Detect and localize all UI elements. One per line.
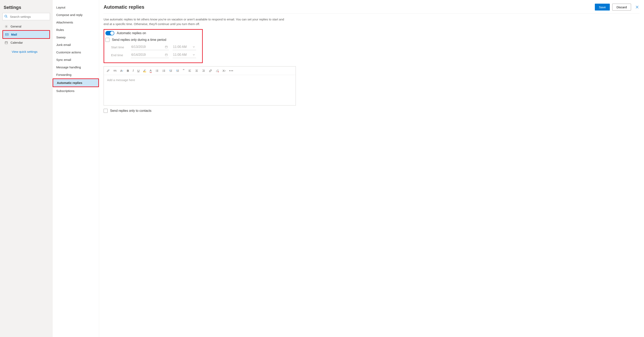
font-size-icon[interactable]: A◊ — [120, 69, 123, 72]
bullet-list-icon[interactable] — [156, 69, 158, 72]
quote-icon[interactable]: ” — [183, 68, 184, 73]
align-right-icon[interactable] — [202, 69, 205, 72]
start-time-label: Start time — [111, 45, 127, 49]
bold-icon[interactable]: B — [127, 69, 129, 72]
svg-rect-10 — [165, 46, 168, 48]
search-icon — [4, 15, 8, 18]
close-icon[interactable] — [634, 4, 640, 10]
font-color-icon[interactable]: A — [150, 69, 152, 73]
nav-calendar-label: Calendar — [10, 41, 23, 44]
subnav-customize-actions[interactable]: Customize actions — [52, 48, 99, 56]
subnav-subscriptions[interactable]: Subscriptions — [52, 87, 99, 95]
settings-sidebar: Settings General Mail Calendar View — [0, 0, 52, 337]
end-date-value: 6/14/2019 — [131, 53, 146, 57]
end-time-field[interactable]: 11:00 AM — [172, 52, 196, 58]
save-button[interactable]: Save — [595, 4, 610, 10]
superscript-icon[interactable]: X2 — [222, 69, 226, 72]
align-left-icon[interactable] — [188, 69, 192, 72]
underline-icon[interactable]: U — [138, 69, 140, 72]
svg-point-17 — [156, 71, 156, 72]
nav-general-label: General — [10, 25, 21, 28]
contacts-only-label: Send replies only to contacts — [110, 109, 152, 113]
nav-calendar[interactable]: Calendar — [2, 39, 50, 46]
italic-icon[interactable]: I — [133, 69, 134, 72]
auto-reply-toggle-label: Automatic replies on — [117, 31, 146, 35]
editor-textarea[interactable]: Add a message here — [104, 75, 296, 105]
start-time-field[interactable]: 11:00 AM — [172, 44, 196, 50]
main-header: Automatic replies Save Discard — [104, 4, 640, 13]
nav-mail-label: Mail — [11, 33, 17, 36]
font-family-icon[interactable]: AA — [114, 69, 116, 72]
end-time-row: End time 6/14/2019 11:00 AM — [111, 52, 200, 58]
auto-reply-toggle-row: Automatic replies on — [106, 31, 200, 35]
subnav-rules[interactable]: Rules — [52, 26, 99, 33]
mail-subnav: Layout Compose and reply Attachments Rul… — [52, 0, 99, 337]
search-settings-wrap — [2, 13, 50, 20]
time-period-checkbox[interactable] — [106, 38, 110, 42]
svg-text:3: 3 — [162, 71, 163, 72]
settings-title: Settings — [4, 5, 49, 10]
calendar-picker-icon — [165, 53, 168, 56]
subnav-compose-reply[interactable]: Compose and reply — [52, 11, 99, 18]
end-time-label: End time — [111, 53, 127, 57]
message-editor: AA A◊ B I U A 123 — [104, 66, 296, 105]
description-text: Use automatic replies to let others know… — [104, 17, 290, 26]
discard-button[interactable]: Discard — [612, 4, 631, 10]
subnav-sweep[interactable]: Sweep — [52, 33, 99, 41]
nav-mail[interactable]: Mail — [2, 30, 50, 39]
svg-point-14 — [109, 69, 110, 70]
svg-point-16 — [156, 70, 156, 71]
end-time-value: 11:00 AM — [173, 53, 187, 57]
more-options-icon[interactable]: ••• — [229, 69, 234, 72]
highlight-icon[interactable] — [143, 69, 146, 72]
chevron-down-icon — [193, 46, 195, 48]
subnav-layout[interactable]: Layout — [52, 4, 99, 11]
align-center-icon[interactable] — [195, 69, 198, 72]
auto-reply-toggle[interactable] — [106, 31, 114, 35]
editor-toolbar: AA A◊ B I U A 123 — [104, 66, 296, 75]
gear-icon — [4, 25, 8, 28]
start-date-field[interactable]: 6/13/2019 — [131, 44, 169, 50]
time-panel: Automatic replies on Send replies only d… — [104, 29, 203, 63]
indent-icon[interactable] — [176, 69, 179, 72]
search-settings-input[interactable] — [2, 13, 50, 20]
numbered-list-icon[interactable]: 123 — [162, 69, 166, 72]
svg-point-15 — [156, 70, 156, 70]
outdent-icon[interactable] — [169, 69, 172, 72]
start-time-row: Start time 6/13/2019 11:00 AM — [111, 44, 200, 50]
nav-general[interactable]: General — [2, 23, 50, 30]
svg-rect-12 — [165, 54, 168, 56]
end-date-field[interactable]: 6/14/2019 — [131, 52, 169, 58]
svg-line-1 — [6, 17, 7, 17]
view-quick-settings-link[interactable]: View quick settings — [12, 50, 50, 53]
format-painter-icon[interactable] — [107, 69, 110, 72]
main-pane: Automatic replies Save Discard Use autom… — [99, 0, 644, 337]
subnav-automatic-replies[interactable]: Automatic replies — [52, 78, 99, 87]
time-period-label: Send replies only during a time period — [112, 38, 166, 42]
mail-icon — [5, 33, 9, 36]
subnav-attachments[interactable]: Attachments — [52, 18, 99, 26]
insert-link-icon[interactable] — [209, 69, 212, 72]
svg-rect-4 — [5, 42, 8, 44]
contacts-only-checkbox[interactable] — [104, 109, 108, 113]
svg-point-0 — [5, 15, 7, 17]
time-period-row: Send replies only during a time period — [106, 38, 200, 42]
remove-link-icon[interactable] — [216, 69, 219, 72]
chevron-down-icon — [193, 54, 195, 56]
subnav-forwarding[interactable]: Forwarding — [52, 71, 99, 78]
svg-point-2 — [6, 26, 7, 27]
calendar-icon — [4, 41, 8, 44]
subnav-junk-email[interactable]: Junk email — [52, 41, 99, 48]
contacts-only-row: Send replies only to contacts — [104, 109, 640, 113]
page-title: Automatic replies — [104, 4, 144, 10]
subnav-sync-email[interactable]: Sync email — [52, 56, 99, 63]
start-time-value: 11:00 AM — [173, 45, 187, 49]
start-date-value: 6/13/2019 — [131, 45, 146, 49]
subnav-message-handling[interactable]: Message handling — [52, 63, 99, 71]
calendar-picker-icon — [165, 45, 168, 48]
header-actions: Save Discard — [595, 4, 640, 10]
